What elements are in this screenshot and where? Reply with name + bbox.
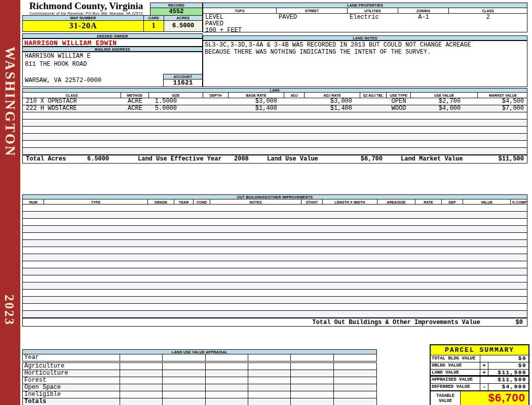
column-header: BASE RATE [229, 93, 284, 98]
land-table-cell: $1,400 [305, 105, 360, 112]
county-title: Richmond County, Virginia [22, 1, 150, 11]
appraisal-empty-cell [206, 398, 248, 405]
appraisal-empty-cell [248, 384, 291, 391]
appraisal-empty-cell [206, 363, 248, 370]
land-table-cell: WOOD [387, 105, 411, 112]
appraisal-empty-cell [163, 391, 205, 398]
appraisal-empty-cell [120, 398, 163, 405]
land-table-cell: 210 X OPNSTACR [23, 98, 121, 105]
appraisal-empty-cell [334, 384, 376, 391]
out-buildings-columns: NUMTYPEGRADEYEARCONDNOTESSTHGTLENGTH X W… [22, 199, 527, 205]
land-table-cell: $1,400 [229, 105, 284, 112]
map-number-label: MAP NUMBER [22, 15, 144, 21]
column-header: NOTES [210, 199, 301, 204]
appraisal-empty-cell [120, 370, 163, 377]
column-header: ADJ [284, 93, 305, 98]
appraisal-row: Forest [23, 377, 376, 384]
appraisal-empty-cell [291, 363, 333, 370]
appraisal-empty-cell [291, 398, 333, 405]
parcel-summary-operator [480, 355, 488, 362]
land-market-value: $11,500 [482, 155, 527, 163]
appraisal-row-label: Forest [23, 377, 120, 384]
parcel-summary-row-value: $4,800 [488, 384, 528, 390]
appraisal-empty-cell [248, 377, 291, 384]
parcel-summary-operator [480, 377, 488, 383]
land-properties-columns: TOPOSTREETUTILITIESZONINGCLASS [203, 8, 527, 14]
land-table-cell: $7,000 [478, 105, 528, 112]
parcel-summary-operator: + [480, 362, 488, 369]
sidebar-district-label: WASHINGTON [2, 47, 18, 157]
appraisal-empty-cell [120, 363, 163, 370]
column-header: TOPO [203, 8, 277, 13]
topo-value: LEVELPAVED100 + FEET [203, 14, 277, 34]
appraisal-empty-cell [120, 391, 163, 398]
land-table-cell [284, 105, 305, 112]
land-table-cell [360, 105, 387, 112]
deeded-owner-label: DEEDED OWNER [22, 33, 203, 38]
appraisal-row-label: Year [23, 354, 120, 361]
appraisal-empty-cell [291, 354, 333, 361]
appraisal-empty-cell [248, 354, 291, 361]
class-value: 2 [449, 14, 527, 34]
parcel-summary-operator: + [480, 370, 488, 375]
land-notes-line: BECAUSE THERE WAS NOTHING INDICATING THE… [205, 49, 527, 56]
out-buildings-empty-row [23, 297, 527, 304]
taxable-value: $6,700 [461, 391, 528, 405]
column-header: USE VALUE [411, 93, 478, 98]
out-buildings-empty-row [23, 290, 527, 297]
street-value: PAVED [277, 14, 348, 34]
land-use-value: $6,700 [335, 155, 386, 163]
appraisal-empty-cell [291, 384, 333, 391]
land-empty-row [23, 141, 527, 148]
column-header: % COMP [511, 199, 528, 204]
column-header: MARKET VALUE [478, 93, 528, 98]
land-table-row: 222 H WDSTACREACRE5.0000$1,400$1,400WOOD… [23, 105, 527, 112]
land-properties-values: LEVELPAVED100 + FEET PAVED Electric A-1 … [203, 14, 527, 32]
column-header: YEAR [174, 199, 194, 204]
out-buildings-total-value: $0 [516, 319, 523, 326]
parcel-summary-row: LAND VALUE+$11,500 [431, 369, 528, 376]
appraisal-empty-cell [120, 354, 163, 361]
parcel-summary-title: PARCEL SUMMARY [431, 345, 528, 355]
appraisal-empty-cell [163, 363, 205, 370]
out-buildings-empty-row [23, 254, 527, 261]
zoning-value: A-1 [398, 14, 449, 34]
effective-year-value: 2008 [231, 155, 264, 163]
appraisal-row: Open Space [23, 384, 376, 391]
appraisal-empty-cell [248, 363, 291, 370]
column-header: GRADE [148, 199, 174, 204]
land-empty-row [23, 148, 527, 155]
column-header: STHGT [301, 199, 323, 204]
land-table-cell: $3,000 [305, 98, 360, 105]
land-notes-box: SL3-3C,3-3D,3-4A & 3-4B WAS RECORDED IN … [203, 40, 527, 87]
column-header: CLASS [449, 8, 527, 13]
appraisal-row-label: Agriculture [23, 363, 120, 370]
address-line: HARRISON WILLIAM E [23, 52, 202, 60]
out-buildings-total-label: Total Out Buildings & Other Improvements… [312, 319, 480, 326]
parcel-summary-row-value: $11,500 [488, 377, 528, 383]
parcel-summary-row-value: $0 [488, 362, 528, 369]
appraisal-empty-cell [334, 391, 376, 398]
appraisal-row: Agriculture [23, 363, 376, 370]
parcel-summary-row: APPRAISED VALUE$11,500 [431, 376, 528, 383]
parcel-summary-row: DEFERRED VALUE-$4,800 [431, 383, 528, 390]
appraisal-empty-cell [334, 370, 376, 377]
land-table-cell: 222 H WDSTACRE [23, 105, 121, 112]
land-table-cell: $2,700 [411, 98, 478, 105]
appraisal-empty-cell [206, 354, 248, 361]
out-buildings-empty-row [23, 240, 527, 247]
land-market-value-label: Land Market Value [386, 155, 482, 163]
total-acres-value: 6.5000 [84, 155, 135, 163]
land-use-appraisal-title: LAND USE VALUE APPRAISAL [22, 349, 377, 354]
land-table-row: 210 X OPNSTACRACRE1.5000$3,000$3,000OPEN… [23, 98, 527, 105]
appraisal-row-label: Totals [23, 398, 120, 405]
land-table-cell [203, 98, 229, 105]
land-table-cell: $4,000 [411, 105, 478, 112]
out-buildings-body [22, 205, 527, 318]
out-buildings-title: OUT BUILDINGS/OTHER IMPROVEMENTS [22, 194, 527, 199]
column-header: DEP [442, 199, 463, 204]
appraisal-empty-cell [291, 370, 333, 377]
effective-year-label: Land Use Effective Year [135, 155, 231, 163]
column-header: COND [194, 199, 210, 204]
out-buildings-empty-row [23, 304, 527, 311]
